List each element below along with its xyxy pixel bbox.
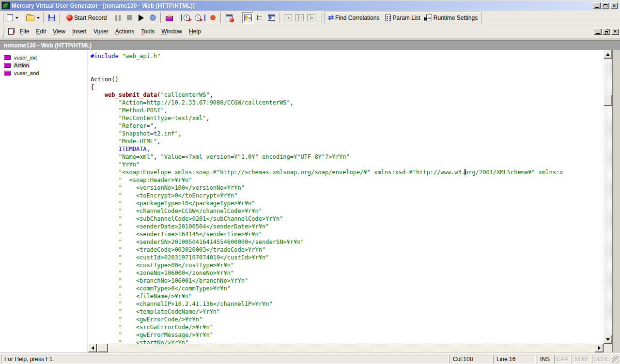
window-view-button[interactable] [265,12,277,24]
code-line[interactable]: " <gwErrorCode/>¥r¥n" [91,316,604,323]
pause-button[interactable] [112,12,124,24]
minimize-button[interactable] [593,2,601,9]
toolbar-grip[interactable] [239,13,240,23]
child-minimize-button[interactable] [594,29,602,35]
code-line[interactable]: Action() [91,76,604,83]
vertical-scroll-thumb[interactable] [604,94,612,106]
close-button[interactable]: × [610,2,618,9]
stop-button[interactable] [124,12,135,24]
horizontal-scrollbar[interactable] [88,344,604,352]
code-line[interactable]: " <srcGwErrorCode/>¥r¥n" [91,323,604,331]
param-list-button[interactable]: Param List [384,12,421,24]
record-pane-button[interactable] [305,12,317,24]
code-line[interactable]: " <zoneNo>106000</zoneNo>¥r¥n" [91,269,604,277]
code-line[interactable]: "¥r¥n" [91,161,604,168]
code-line[interactable]: " <versionNo>100</versionNo>¥r¥n" [91,184,604,192]
code-text [91,239,119,245]
run-button[interactable] [135,12,147,24]
script-view-button[interactable] [242,12,254,24]
child-close-button[interactable]: × [611,29,619,35]
sidebar-item-Action[interactable]: Action [0,61,88,69]
code-line[interactable]: " <branchNo>106001</branchNo>¥r¥n" [91,277,604,285]
code-line[interactable]: " <subChannelCode>0201</subChannelCode>¥… [91,215,604,223]
menu-file[interactable]: File [16,27,32,36]
toolbar-grip[interactable] [2,13,3,23]
code-line[interactable]: " <templateCodeName/>¥r¥n" [91,308,604,316]
code-line[interactable]: " <senderSN>2010050416414554600000</send… [91,238,604,246]
toolbar-grip[interactable] [321,13,322,23]
code-line[interactable]: "RecContentType=text/xml", [91,114,604,122]
find-correlations-button[interactable]: ⇄ Find Correlations [326,12,381,24]
code-line[interactable]: "Method=POST", [91,106,604,114]
parameter-button[interactable] [163,12,175,24]
code-line[interactable]: "Mode=HTML", [91,137,604,145]
child-restore-button[interactable] [603,29,610,35]
document-icon[interactable] [8,28,15,35]
code-line[interactable]: "Action=http://10.2.33.67:9080/CCGW/call… [91,99,604,106]
code-line[interactable]: " <packageType>10</packageType>¥r¥n" [91,199,604,207]
rendezvous-button[interactable] [207,12,218,24]
code-line[interactable]: { [91,83,604,91]
runtime-settings-button[interactable]: Runtime Settings [425,12,479,24]
vuser-log-button[interactable] [223,12,235,24]
save-button[interactable] [46,12,58,24]
sidebar-item-vuser_init[interactable]: vuser_init [0,54,88,61]
code-line[interactable]: " <senderTime>164145</senderTime>¥r¥n" [91,230,604,238]
code-text [91,91,105,98]
code-line[interactable]: "Name=xml", "Value=<?xml version=¥"1.0¥"… [91,153,604,161]
start-transaction-button[interactable] [180,12,193,24]
code-line[interactable]: " <fileName/>¥r¥n" [91,292,604,300]
code-line[interactable]: "<soap:Envelope xmlns:soap=¥"http://sche… [91,168,604,176]
start-record-button[interactable]: Start Record [65,12,108,24]
status-num-lock: NUM [572,355,591,364]
code-line[interactable]: " <gwErrorMessage/>¥r¥n" [91,331,604,339]
split-pane-button[interactable]: + [294,12,305,24]
tree-view-button[interactable] [254,12,265,24]
menu-edit[interactable]: Edit [32,27,49,36]
sidebar-item-vuser_end[interactable]: vuser_end [0,69,88,77]
menu-insert[interactable]: Insert [69,27,90,36]
play-icon [139,15,144,21]
run-pane-button[interactable] [282,12,294,24]
menu-window[interactable]: Window [158,27,186,36]
code-line[interactable] [91,60,604,68]
menu-actions[interactable]: Actions [112,27,138,36]
toolbar-grip[interactable] [59,13,60,23]
code-line[interactable]: " <commType>0</commType>¥r¥n" [91,285,604,292]
scroll-up-button[interactable] [604,50,612,59]
code-line[interactable]: " <soap:Header>¥r¥n" [91,176,604,184]
code-line[interactable]: " <toEncrypt>0</toEncrypt>¥r¥n" [91,192,604,199]
code-editor[interactable]: #include "web_api.h"Action(){ web_submit… [88,50,604,344]
menu-help[interactable]: Help [186,27,204,36]
vertical-scrollbar[interactable] [604,50,612,344]
code-line[interactable]: " <channelIP>10.2.41.136</channelIP>¥r¥n… [91,300,604,308]
menu-tools[interactable]: Tools [138,27,158,36]
maximize-button[interactable] [602,2,609,9]
menu-view[interactable]: View [49,27,69,36]
end-transaction-button[interactable] [193,12,207,24]
code-line[interactable]: "Referer=", [91,122,604,130]
code-line[interactable]: " <startNo/>¥r¥n" [91,339,604,344]
menu-vuser[interactable]: Vuser [90,27,112,36]
code-line[interactable]: " <custType>00</custType>¥r¥n" [91,261,604,269]
code-string: " <branchNo>106001</branchNo>¥r¥n" [119,277,248,284]
code-line[interactable]: #include "web_api.h" [91,52,604,60]
code-line[interactable]: " <senderDate>20100504</senderDate>¥r¥n" [91,223,604,230]
scroll-left-button[interactable] [88,344,97,352]
code-line[interactable]: " <channelCode>CCGW</channelCode>¥r¥n" [91,207,604,215]
scroll-right-button[interactable] [595,344,604,352]
scroll-down-button[interactable] [604,335,612,344]
open-button[interactable] [25,12,41,24]
code-line[interactable] [91,68,604,76]
minimize-icon [596,33,600,34]
code-line[interactable]: ITEMDATA, [91,145,604,153]
code-line[interactable]: web_submit_data("callcenterWS", [91,91,604,99]
code-line[interactable]: " <custId>0203197107074010</custId>¥r¥n" [91,254,604,261]
new-script-button[interactable] [5,12,20,24]
runtime-options-button[interactable] [147,12,158,24]
code-line[interactable]: "Snapshot=t2.inf", [91,130,604,137]
resize-grip-icon[interactable] [612,356,619,363]
horizontal-scroll-thumb[interactable] [97,344,108,352]
menubar-grip[interactable] [2,26,3,37]
code-line[interactable]: " <tradeCode>003020003</tradeCode>¥r¥n" [91,246,604,254]
